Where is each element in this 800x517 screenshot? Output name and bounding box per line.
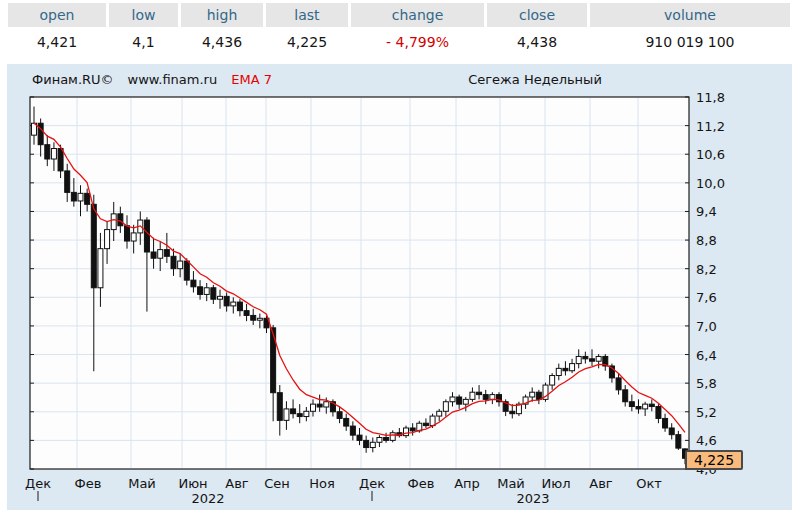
candle-body <box>530 392 535 397</box>
y-axis-label: 6,4 <box>696 348 717 363</box>
candle-body <box>404 428 409 436</box>
x-axis-month-label: Май <box>497 476 525 491</box>
candle-body <box>337 412 342 419</box>
candle-body <box>450 397 455 402</box>
y-axis-label: 7,0 <box>696 319 717 334</box>
candle-body <box>51 149 56 159</box>
candle-body <box>317 404 322 407</box>
candle-body <box>291 409 296 414</box>
x-axis-month-label: Окт <box>636 476 662 491</box>
candle-body <box>676 435 681 448</box>
candle-body <box>510 411 515 413</box>
candle-body <box>144 220 149 252</box>
candle-body <box>457 397 462 404</box>
candle-body <box>105 230 110 249</box>
candle-body <box>125 226 130 241</box>
candle-body <box>85 193 90 204</box>
candle-body <box>596 356 601 361</box>
x-axis-month-label: Фев <box>408 476 435 491</box>
candle-body <box>350 426 355 435</box>
candle-body <box>98 249 103 288</box>
candle-body <box>65 171 70 192</box>
candle-body <box>251 315 256 320</box>
candle-body <box>78 193 83 201</box>
candle-body <box>663 418 668 428</box>
candle-body <box>211 288 216 299</box>
candle-body <box>91 204 96 287</box>
candle-body <box>184 261 189 280</box>
x-axis-month-label: Апр <box>454 476 480 491</box>
candle-body <box>583 356 588 358</box>
candle-body <box>437 411 442 416</box>
x-axis-month-label: Дек <box>359 476 385 491</box>
candle-body <box>629 402 634 407</box>
candle-body <box>171 256 176 268</box>
site-link[interactable]: www.finam.ru <box>128 72 218 87</box>
candle-body <box>636 407 641 409</box>
candle-body <box>151 252 156 258</box>
candle-body <box>111 214 116 230</box>
candle-body <box>257 318 262 320</box>
x-axis-month-label: Авг <box>225 476 249 491</box>
candle-body <box>563 368 568 370</box>
chart-title-row: Финам.RU© www.finam.ru EMA 7 <box>32 72 272 87</box>
candle-body <box>616 378 621 390</box>
y-axis-label: 7,6 <box>696 290 717 305</box>
x-axis-month-label: Июл <box>542 476 571 491</box>
x-axis-year-label: 2022 <box>191 491 224 506</box>
candle-body <box>324 402 329 407</box>
candle-body <box>643 404 648 409</box>
candle-body <box>576 356 581 363</box>
candle-body <box>623 390 628 402</box>
candle-body <box>377 438 382 443</box>
x-axis-month-label: Сен <box>264 476 290 491</box>
candle-body <box>164 250 169 257</box>
candle-body <box>483 395 488 400</box>
candle-body <box>45 145 50 159</box>
candle-body <box>477 392 482 394</box>
candle-body <box>131 233 136 241</box>
y-axis-label: 8,8 <box>696 233 717 248</box>
y-axis-label: 5,2 <box>696 405 717 420</box>
candle-body <box>237 302 242 311</box>
source-label: Финам.RU© <box>32 72 114 87</box>
y-axis-label: 5,8 <box>696 376 717 391</box>
candle-body <box>58 149 63 171</box>
candle-body <box>178 261 183 269</box>
ema-indicator-label: EMA 7 <box>231 72 272 87</box>
candle-body <box>536 392 541 399</box>
y-axis-label: 10,0 <box>696 176 725 191</box>
candle-body <box>570 364 575 371</box>
candle-body <box>550 376 555 386</box>
last-price-tag: 4,225 <box>685 450 743 470</box>
candle-body <box>198 287 203 295</box>
candle-body <box>71 192 76 201</box>
candle-body <box>384 438 389 441</box>
candle-body <box>357 435 362 440</box>
candle-body <box>304 411 309 416</box>
candle-body <box>649 404 654 406</box>
candle-body <box>204 288 209 295</box>
candle-body <box>277 393 282 421</box>
candle-body <box>656 407 661 419</box>
y-axis-label: 4,6 <box>696 433 717 448</box>
candle-body <box>311 404 316 411</box>
x-axis-month-label: Май <box>128 476 156 491</box>
x-axis-month-label: Июн <box>178 476 207 491</box>
candle-body <box>669 428 674 435</box>
x-axis-month-label: Дек <box>25 476 51 491</box>
candle-body <box>224 296 229 306</box>
candle-body <box>590 359 595 361</box>
y-axis-label: 10,6 <box>696 147 725 162</box>
candle-body <box>158 250 163 259</box>
candle-body <box>191 280 196 287</box>
candle-body <box>244 311 249 316</box>
candle-body <box>118 214 123 226</box>
candle-body <box>390 433 395 441</box>
x-axis-year-label: 2023 <box>516 491 549 506</box>
candle-body <box>443 402 448 412</box>
candle-body <box>364 440 369 447</box>
candle-body <box>370 442 375 447</box>
candle-body <box>556 368 561 375</box>
candle-body <box>297 414 302 417</box>
